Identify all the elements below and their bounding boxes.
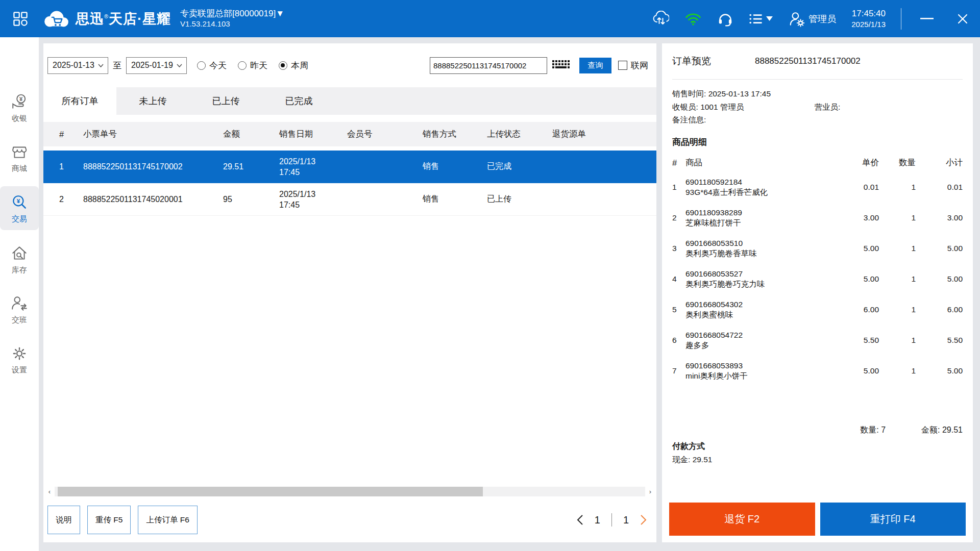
tab-not-uploaded[interactable]: 未上传 [116,87,189,115]
item-name: 趣多多 [685,340,838,350]
orders-panel: 2025-01-13 至 2025-01-19 今天 昨天 本周 查询 联网 所… [43,43,656,542]
transactions-icon: ¥ [11,194,28,211]
preview-items-body: 1 690118059218493G*64嘉士利香芒威化 0.01 1 0.01… [672,172,963,386]
cashier-icon: ¥ [11,93,28,111]
tab-uploaded[interactable]: 已上传 [189,87,262,115]
item-price: 5.00 [838,274,879,284]
item-price: 5.00 [838,366,879,375]
scroll-left-arrow[interactable]: ‹ [46,488,53,495]
radio-today[interactable]: 今天 [197,60,227,71]
tab-all-orders[interactable]: 所有订单 [43,87,116,115]
item-qty: 1 [879,366,916,375]
sidebar-item-mall[interactable]: 商城 [0,136,39,180]
sidebar-item-settings[interactable]: 设置 [0,337,39,381]
minimize-button[interactable] [917,6,937,32]
scroll-right-arrow[interactable]: › [647,488,653,495]
sale-time: 2025-01-13 17:45 [708,89,771,98]
radio-circle-icon [279,61,287,70]
orders-table-body: 1 8888522501131745170002 29.51 2025/1/13… [43,151,656,216]
quick-date-radios: 今天 昨天 本周 [197,60,308,71]
order-preview-panel: 订单预览 8888522501131745170002 销售时间: 2025-0… [662,43,973,542]
item-row: 1 690118059218493G*64嘉士利香芒威化 0.01 1 0.01 [672,172,963,203]
clock: 17:45:40 2025/1/13 [851,8,886,30]
sidebar-item-backoffice[interactable]: 后台 [0,541,39,551]
item-barcode: 6901668053527 [685,269,838,279]
item-row: 4 6901668053527奥利奥巧脆卷巧克力味 5.00 1 5.00 [672,264,963,294]
user-gear-icon [788,11,805,27]
online-checkbox[interactable]: 联网 [618,60,648,71]
scrollbar-track[interactable] [55,487,645,496]
headset-support-icon[interactable] [717,11,733,27]
receipt-search-input[interactable] [430,57,547,74]
menu-list-icon[interactable] [749,13,773,25]
reprint-button[interactable]: 重打印 F4 [820,503,966,536]
item-row: 3 6901668053510奥利奥巧脆卷香草味 5.00 1 5.00 [672,233,963,264]
svg-text:¥: ¥ [19,96,23,102]
date-from-select[interactable]: 2025-01-13 [47,57,108,74]
filter-bar: 2025-01-13 至 2025-01-19 今天 昨天 本周 查询 联网 [47,57,648,74]
radio-yesterday[interactable]: 昨天 [238,60,267,71]
virtual-keyboard-icon[interactable] [552,59,571,72]
item-barcode: 6901668054302 [685,299,838,310]
item-name: mini奥利奥小饼干 [685,371,838,381]
order-info: 销售时间: 2025-01-13 17:45 收银员: 1001 管理员 营业员… [672,87,963,127]
order-status-tabs: 所有订单 未上传 已上传 已完成 [43,87,656,115]
preview-title: 订单预览 [672,55,711,68]
total-amount: 29.51 [942,425,963,434]
item-qty: 1 [879,336,916,345]
store-selector[interactable]: 专卖联盟总部[80000019]▼ V1.53.214.103 [180,9,284,29]
query-button[interactable]: 查询 [579,58,611,73]
sidebar-item-transactions[interactable]: ¥ 交易 [0,186,39,230]
item-price: 5.00 [838,244,879,253]
item-price: 3.00 [838,213,879,222]
close-button[interactable] [952,6,973,32]
tab-completed[interactable]: 已完成 [262,87,335,115]
brand-name: 思迅®天店·星耀 [76,10,171,28]
current-page: 1 [595,514,600,526]
sidebar-item-cashier[interactable]: ¥ 收银 [0,86,39,130]
item-qty: 1 [879,213,916,222]
total-pages: 1 [623,514,629,526]
item-barcode: 6901180938289 [685,208,838,218]
scrollbar-thumb[interactable] [58,487,483,496]
preview-order-number: 8888522501131745170002 [755,56,861,66]
radio-this-week[interactable]: 本周 [279,60,308,71]
next-page-icon[interactable] [640,514,647,525]
item-barcode: 6901668053510 [685,238,838,248]
item-row: 6 6901668054722趣多多 5.50 1 5.50 [672,325,963,356]
prev-page-icon[interactable] [576,514,583,525]
item-qty: 1 [879,183,916,192]
retransmit-button[interactable]: 重传 F5 [87,506,131,534]
wifi-status-icon[interactable] [684,12,702,26]
date-to-select[interactable]: 2025-01-19 [126,57,187,74]
item-row: 2 6901180938289芝麻味梳打饼干 3.00 1 3.00 [672,203,963,233]
item-price: 6.00 [838,305,879,314]
help-button[interactable]: 说明 [47,506,80,534]
cloud-sync-icon[interactable] [652,11,669,27]
sidebar-item-shift[interactable]: 交班 [0,287,39,331]
pagination: 1 1 [576,513,647,527]
radio-circle-icon [238,61,247,70]
item-name: 奥利奥蜜桃味 [685,310,838,320]
item-name: 奥利奥巧脆卷香草味 [685,248,838,259]
item-qty: 1 [879,305,916,314]
item-barcode: 6901668053893 [685,361,838,371]
date-range-to-label: 至 [113,60,121,71]
receipt-number: 8888522501131745170002 [83,162,223,171]
user-name: 管理员 [808,13,836,25]
page-divider [611,513,612,527]
item-subtotal: 5.00 [916,274,963,284]
upload-orders-button[interactable]: 上传订单 F6 [138,506,197,534]
item-price: 5.50 [838,336,879,345]
order-row[interactable]: 2 8888522501131745020001 95 2025/1/1317:… [43,183,656,216]
order-row[interactable]: 1 8888522501131745170002 29.51 2025/1/13… [43,151,656,183]
apps-grid-icon[interactable] [12,11,29,27]
refund-button[interactable]: 退货 F2 [669,503,815,536]
current-user[interactable]: 管理员 [788,11,836,27]
preview-divider [672,79,963,80]
item-barcode: 6901668054722 [685,330,838,340]
sidebar-item-inventory[interactable]: 库存 [0,237,39,281]
settings-gear-icon [11,345,28,362]
item-subtotal: 5.00 [916,366,963,375]
items-detail-title: 商品明细 [672,136,707,148]
